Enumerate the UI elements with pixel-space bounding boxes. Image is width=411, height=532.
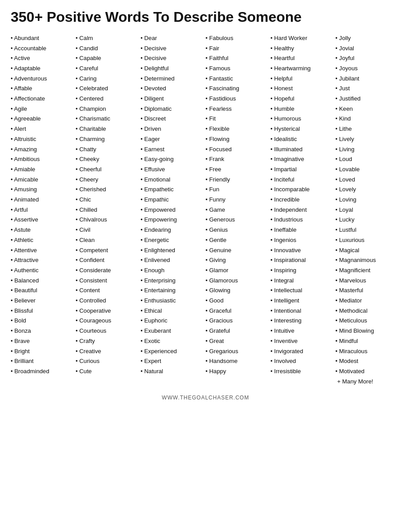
word-item: Lively bbox=[335, 134, 400, 145]
word-item: Idealistic bbox=[270, 134, 335, 145]
word-item: Eager bbox=[141, 134, 206, 145]
word-item: Agreeable bbox=[11, 114, 76, 124]
word-item: Motivated bbox=[335, 367, 400, 377]
word-item: Genuine bbox=[206, 246, 270, 256]
word-item: Amazing bbox=[11, 145, 76, 155]
column-4: FabulousFairFaithfulFamousFantasticFasci… bbox=[206, 33, 270, 387]
word-item: Energetic bbox=[141, 235, 206, 246]
word-item: Incredible bbox=[270, 195, 335, 205]
word-item: Careful bbox=[76, 64, 141, 74]
word-item: Courageous bbox=[76, 316, 141, 326]
word-item: Diligent bbox=[141, 94, 206, 104]
word-item: Earnest bbox=[141, 145, 206, 155]
word-item: Discreet bbox=[141, 114, 206, 124]
word-item: Delightful bbox=[141, 64, 206, 74]
word-item: Effusive bbox=[141, 165, 206, 175]
word-item: Chivalrous bbox=[76, 215, 141, 225]
word-item: Humble bbox=[270, 104, 335, 114]
word-item: Impartial bbox=[270, 165, 335, 175]
word-item: Devoted bbox=[141, 84, 206, 94]
word-item: Giving bbox=[206, 255, 270, 266]
word-item: Brave bbox=[11, 336, 76, 347]
word-item: Humorous bbox=[270, 114, 335, 124]
word-item: Flowing bbox=[206, 134, 270, 145]
word-item: Irresistible bbox=[270, 367, 335, 377]
word-item: Considerate bbox=[76, 266, 141, 276]
word-item: Empathic bbox=[141, 195, 206, 205]
word-item: Lovely bbox=[335, 185, 400, 195]
word-item: Balanced bbox=[11, 276, 76, 286]
word-item: Crafty bbox=[76, 336, 141, 347]
word-item: Glowing bbox=[206, 286, 270, 296]
word-item: Easy-going bbox=[141, 154, 206, 165]
word-item: Alert bbox=[11, 124, 76, 134]
word-item: Just bbox=[335, 84, 400, 94]
word-item: Exuberant bbox=[141, 326, 206, 336]
word-item: Broadminded bbox=[11, 367, 76, 377]
word-item: Charismatic bbox=[76, 114, 141, 124]
word-item: Cute bbox=[76, 367, 141, 377]
word-item: Jolly bbox=[335, 33, 400, 44]
column-1: AbundantAccountableActiveAdaptableAdvent… bbox=[11, 33, 76, 387]
word-item: Controlled bbox=[76, 296, 141, 306]
word-item: Altruistic bbox=[11, 134, 76, 145]
word-item: Innovative bbox=[270, 246, 335, 256]
word-item: Chatty bbox=[76, 145, 141, 155]
word-item: Methodical bbox=[335, 306, 400, 316]
word-item: Bonza bbox=[11, 326, 76, 336]
word-item: Gentle bbox=[206, 235, 270, 246]
word-item: Ambitious bbox=[11, 154, 76, 165]
word-item: Fastidious bbox=[206, 94, 270, 104]
word-item: Intuitive bbox=[270, 326, 335, 336]
word-item: Luxurious bbox=[335, 235, 400, 246]
word-item: Decisive bbox=[141, 53, 206, 64]
word-item: Amusing bbox=[11, 185, 76, 195]
word-item: Cheeky bbox=[76, 154, 141, 165]
word-item: Friendly bbox=[206, 175, 270, 185]
word-item: Loving bbox=[335, 195, 400, 205]
word-item: Heartful bbox=[270, 53, 335, 64]
word-item: Gregarious bbox=[206, 347, 270, 357]
word-item: Hopeful bbox=[270, 94, 335, 104]
word-item: Lithe bbox=[335, 124, 400, 134]
column-5: Hard WorkerHealthyHeartfulHeartwarmingHe… bbox=[270, 33, 335, 387]
word-item: Consistent bbox=[76, 276, 141, 286]
column-6: JollyJovialJoyfulJoyousJubilantJustJusti… bbox=[335, 33, 400, 387]
word-item: Loved bbox=[335, 175, 400, 185]
word-item: Ingenios bbox=[270, 235, 335, 246]
word-item: Free bbox=[206, 165, 270, 175]
word-item: Enlightened bbox=[141, 246, 206, 256]
word-item: Graceful bbox=[206, 306, 270, 316]
word-item: Capable bbox=[76, 53, 141, 64]
word-item: Emotional bbox=[141, 175, 206, 185]
word-item: Jubilant bbox=[335, 74, 400, 84]
word-item: Empowered bbox=[141, 205, 206, 215]
word-item: Adventurous bbox=[11, 74, 76, 84]
word-item: Happy bbox=[206, 367, 270, 377]
word-item: Miraculous bbox=[335, 347, 400, 357]
word-item: Celebrated bbox=[76, 84, 141, 94]
word-item: Entertaining bbox=[141, 286, 206, 296]
word-item: Lovable bbox=[335, 165, 400, 175]
word-item: Confident bbox=[76, 255, 141, 266]
word-item: Generous bbox=[206, 215, 270, 225]
word-item: Involved bbox=[270, 356, 335, 367]
word-item: Independent bbox=[270, 205, 335, 215]
word-item: Fit bbox=[206, 114, 270, 124]
word-item: Determined bbox=[141, 74, 206, 84]
word-item: Expert bbox=[141, 356, 206, 367]
word-item: Handsome bbox=[206, 356, 270, 367]
word-item: Inventive bbox=[270, 336, 335, 347]
word-item: Candid bbox=[76, 44, 141, 54]
word-item: Incomparable bbox=[270, 185, 335, 195]
word-item: Illuminated bbox=[270, 145, 335, 155]
word-item: Diplomatic bbox=[141, 104, 206, 114]
word-item: Euphoric bbox=[141, 316, 206, 326]
word-item: Lustful bbox=[335, 225, 400, 235]
word-item: Animated bbox=[11, 195, 76, 205]
word-item: Amiable bbox=[11, 165, 76, 175]
word-item: Jovial bbox=[335, 44, 400, 54]
word-item: Fair bbox=[206, 44, 270, 54]
word-item: Exotic bbox=[141, 336, 206, 347]
word-item: Focused bbox=[206, 145, 270, 155]
